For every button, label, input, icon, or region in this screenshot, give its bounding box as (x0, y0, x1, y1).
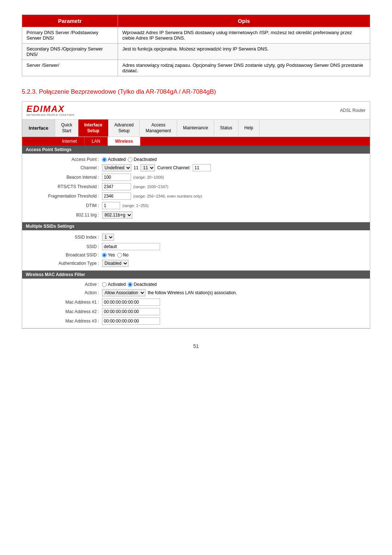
mac2-input[interactable] (102, 308, 160, 315)
mac3-input[interactable] (102, 317, 160, 325)
broadcast-yes-label[interactable]: Yes (102, 252, 115, 258)
logo-name: EDIMAX (26, 105, 74, 113)
mac2-label: Mac Address #2 : (22, 309, 102, 314)
broadcast-ssid-label: Broadcast SSID : (22, 252, 102, 258)
action-label: Action : (22, 290, 102, 295)
activated-radio-label[interactable]: Activated (102, 157, 126, 162)
mac-deactivated-label[interactable]: Deactivated (128, 282, 156, 287)
dot11-value: 802.11b+g (102, 211, 132, 219)
mac1-input[interactable] (102, 299, 160, 306)
sub-tabs: Internet LAN Wireless (22, 137, 370, 146)
sub-tab-lan[interactable]: LAN (85, 137, 108, 146)
table-row: Server /Serwer/Adres stanowiący rodzaj z… (22, 60, 370, 76)
mac-filter-rows: Active : Activated Deactivated Action : (22, 279, 370, 328)
rtscts-input[interactable] (102, 183, 131, 190)
nav-status[interactable]: Status (214, 119, 238, 137)
activated-radio[interactable] (102, 157, 107, 162)
action-select[interactable]: Allow Association (102, 289, 146, 296)
opis-cell: Wprowadź Adres IP Serwera DNS dostawcy u… (118, 27, 370, 44)
mac-activated-text: Activated (108, 282, 126, 287)
mac-deactivated-radio[interactable] (128, 282, 132, 287)
channel-select[interactable]: Undefined (102, 164, 131, 171)
frag-input[interactable] (102, 193, 131, 200)
ssid-index-select[interactable]: 1 (102, 234, 114, 241)
mac3-row: Mac Address #3 : (22, 316, 370, 326)
auth-type-value: Disabled (102, 260, 128, 267)
broadcast-no-radio[interactable] (117, 253, 122, 258)
opis-cell: Adres stanowiący rodzaj zapasu. Opcjonal… (118, 60, 370, 76)
deactivated-radio[interactable] (128, 157, 132, 162)
action-row: Action : Allow Association the follow Wi… (22, 288, 370, 297)
channel-row: Channel : Undefined 11 11 Current Channe… (22, 163, 370, 173)
sub-tab-internet[interactable]: Internet (55, 137, 85, 146)
beacon-hint: (range: 20~1000) (133, 175, 164, 179)
edimax-logo: EDIMAX NETWORKING PEOPLE TOGETHER (26, 105, 74, 116)
nav-maintenance[interactable]: Maintenance (177, 119, 214, 137)
beacon-label: Beacon Interval : (22, 175, 102, 180)
access-point-header: Access Point Settings (22, 146, 370, 154)
dtim-row: DTIM : (range: 1~255) (22, 201, 370, 210)
page-number: 51 (22, 343, 370, 349)
dtim-value: (range: 1~255) (102, 202, 148, 209)
nav-access-management[interactable]: AccessManagement (140, 119, 177, 137)
ssid-value (102, 243, 160, 250)
access-point-section: Access Point Settings Access Point : Act… (22, 146, 370, 222)
channel-value: Undefined 11 11 Current Channel: (102, 164, 211, 171)
broadcast-yes-radio[interactable] (102, 253, 107, 258)
mac-activated-radio[interactable] (102, 282, 107, 287)
multiple-ssids-rows: SSID Index : 1 SSID : Broadcast SSID : (22, 230, 370, 270)
table-row: Secondary DNS /Opcjonalny Serwer DNS/Jes… (22, 44, 370, 60)
param-cell: Secondary DNS /Opcjonalny Serwer DNS/ (22, 44, 118, 60)
frag-label: Fragmentation Threshold : (22, 194, 102, 199)
ssid-input[interactable] (102, 243, 160, 250)
channel-label: Channel : (22, 165, 102, 170)
mac2-row: Mac Address #2 : (22, 307, 370, 316)
broadcast-ssid-value: Yes No (102, 252, 128, 258)
dtim-input[interactable] (102, 202, 120, 209)
beacon-input[interactable] (102, 174, 131, 181)
dot11-label: 802.11 b/g : (22, 212, 102, 218)
mac-active-row: Active : Activated Deactivated (22, 281, 370, 288)
param-cell: Server /Serwer/ (22, 60, 118, 76)
dot11-select[interactable]: 802.11b+g (102, 211, 132, 219)
auth-type-select[interactable]: Disabled (102, 260, 128, 267)
nav-interface-label: Interface (22, 119, 55, 137)
section-heading-sub: (Tylko dla AR-7084gA / AR-7084gB) (116, 88, 216, 95)
frag-hint: (range: 256~2346, even numbers only) (133, 194, 202, 198)
activated-label: Activated (108, 157, 126, 162)
current-channel-input[interactable] (193, 164, 211, 171)
dtim-label: DTIM : (22, 203, 102, 208)
nav-quick-start[interactable]: QuickStart (55, 119, 78, 137)
dot11-row: 802.11 b/g : 802.11b+g (22, 210, 370, 220)
router-ui: EDIMAX NETWORKING PEOPLE TOGETHER ADSL R… (22, 101, 370, 329)
opis-cell: Jest to funkcja opcjonalna. Możesz wprow… (118, 44, 370, 60)
broadcast-no-text: No (123, 252, 128, 258)
nav-advanced-setup[interactable]: AdvancedSetup (109, 119, 140, 137)
top-nav: Interface QuickStart InterfaceSetup Adva… (22, 119, 370, 137)
broadcast-no-label[interactable]: No (117, 252, 128, 258)
nav-help[interactable]: Help (238, 119, 260, 137)
access-point-label: Access Point : (22, 157, 102, 162)
parameter-table: Parametr Opis Primary DNS Server /Podsta… (22, 15, 370, 76)
mac3-label: Mac Address #3 : (22, 319, 102, 324)
rtscts-row: RTS/CTS Threshold : (range: 1500~2347) (22, 182, 370, 191)
router-header: EDIMAX NETWORKING PEOPLE TOGETHER ADSL R… (22, 102, 370, 119)
broadcast-yes-text: Yes (108, 252, 115, 258)
rtscts-value: (range: 1500~2347) (102, 183, 168, 190)
broadcast-ssid-row: Broadcast SSID : Yes No (22, 251, 370, 259)
section-heading: 5.2.3. Połączenie Bezprzewodowe (Tylko d… (22, 87, 370, 96)
multiple-ssids-header: Multiple SSIDs Settings (22, 222, 370, 230)
mac-activated-label[interactable]: Activated (102, 282, 126, 287)
multiple-ssids-section: Multiple SSIDs Settings SSID Index : 1 S… (22, 222, 370, 271)
deactivated-radio-label[interactable]: Deactivated (128, 157, 156, 162)
sub-tab-wireless[interactable]: Wireless (108, 137, 140, 146)
nav-interface-setup[interactable]: InterfaceSetup (78, 119, 109, 137)
ssid-label: SSID : (22, 244, 102, 249)
param-col-header: Parametr (22, 15, 118, 27)
ssid-index-label: SSID Index : (22, 235, 102, 240)
channel-num-select[interactable]: 11 (140, 164, 155, 171)
ssid-row: SSID : (22, 242, 370, 251)
frag-row: Fragmentation Threshold : (range: 256~23… (22, 191, 370, 201)
rtscts-hint: (range: 1500~2347) (133, 185, 168, 189)
table-row: Primary DNS Server /Podstawowy Serwer DN… (22, 27, 370, 44)
